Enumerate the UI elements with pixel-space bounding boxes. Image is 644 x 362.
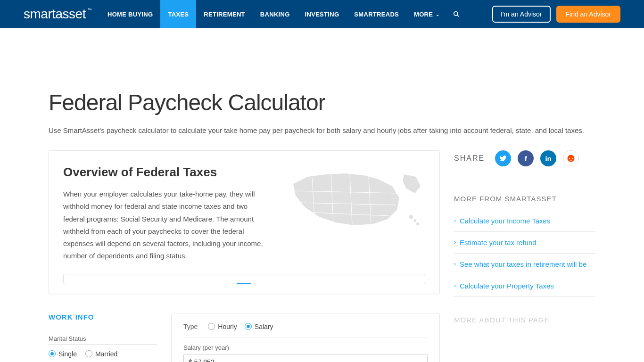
radio-icon xyxy=(208,323,215,330)
chevron-down-icon: ⌄ xyxy=(436,12,439,17)
share-twitter-icon[interactable] xyxy=(495,150,511,166)
type-hourly-option[interactable]: Hourly xyxy=(208,323,237,330)
svg-point-13 xyxy=(569,158,570,159)
logo[interactable]: smartasset™ xyxy=(24,7,86,22)
svg-point-4 xyxy=(416,222,419,225)
nav-investing[interactable]: INVESTING xyxy=(297,0,347,28)
nav-more[interactable]: MORE ⌄ xyxy=(406,0,447,28)
marital-married-option[interactable]: Married xyxy=(85,350,117,358)
page-title: Federal Paycheck Calculator xyxy=(49,90,595,115)
marital-married-label: Married xyxy=(95,350,117,358)
nav-banking[interactable]: BANKING xyxy=(253,0,297,28)
nav-smartreads[interactable]: SMARTREADS xyxy=(347,0,406,28)
radio-icon xyxy=(49,350,56,357)
sidebar-links: › Calculate your Income Taxes › Estimate… xyxy=(454,210,595,297)
nav-retirement[interactable]: RETIREMENT xyxy=(196,0,253,28)
chevron-right-icon: › xyxy=(454,261,456,267)
share-facebook-icon[interactable]: f xyxy=(518,150,534,166)
primary-nav: HOME BUYING TAXES RETIREMENT BANKING INV… xyxy=(100,0,465,28)
share-linkedin-icon[interactable]: in xyxy=(540,150,556,166)
chevron-right-icon: › xyxy=(454,282,456,289)
svg-point-12 xyxy=(568,155,575,162)
salary-input[interactable] xyxy=(183,354,428,362)
search-icon[interactable] xyxy=(447,0,465,28)
usa-map-icon xyxy=(284,165,425,236)
type-hourly-label: Hourly xyxy=(218,323,237,330)
svg-line-1 xyxy=(457,15,459,17)
sidebar-link-retirement-taxes[interactable]: See what your taxes in retirement will b… xyxy=(460,259,586,269)
list-item: › Calculate your Property Taxes xyxy=(454,275,595,297)
type-salary-option[interactable]: Salary xyxy=(245,323,273,330)
chevron-right-icon: › xyxy=(454,217,456,224)
header-actions: I'm an Advisor Find an Advisor xyxy=(492,6,620,23)
work-info-heading: WORK INFO xyxy=(49,313,157,321)
nav-taxes[interactable]: TAXES xyxy=(160,0,196,28)
more-about-heading: MORE ABOUT THIS PAGE xyxy=(454,316,595,324)
overview-title: Overview of Federal Taxes xyxy=(63,165,270,180)
svg-point-0 xyxy=(454,12,457,16)
share-reddit-icon[interactable] xyxy=(563,150,579,166)
sidebar-link-tax-refund[interactable]: Estimate your tax refund xyxy=(460,238,537,247)
nav-home-buying[interactable]: HOME BUYING xyxy=(100,0,160,28)
im-advisor-button[interactable]: I'm an Advisor xyxy=(492,6,551,23)
share-row: SHARE f in xyxy=(454,150,595,166)
nav-more-label: MORE xyxy=(414,11,433,18)
type-salary-label: Salary xyxy=(255,323,273,330)
find-advisor-button[interactable]: Find an Advisor xyxy=(556,6,621,23)
radio-icon xyxy=(245,323,252,330)
chevron-right-icon: › xyxy=(454,239,456,246)
page-subtitle: Use SmartAsset's paycheck calculator to … xyxy=(49,125,595,136)
marital-single-label: Single xyxy=(58,350,77,358)
overview-card: Overview of Federal Taxes When your empl… xyxy=(49,150,440,294)
list-item: › Calculate your Income Taxes xyxy=(454,210,595,232)
type-label: Type xyxy=(183,323,198,330)
marital-single-option[interactable]: Single xyxy=(49,350,77,358)
salary-panel: Type Hourly Salary Salary (per year) xyxy=(171,313,440,362)
sidebar-link-property-taxes[interactable]: Calculate your Property Taxes xyxy=(460,281,554,291)
list-item: › See what your taxes in retirement will… xyxy=(454,254,595,275)
svg-point-14 xyxy=(572,158,573,159)
main-header: smartasset™ HOME BUYING TAXES RETIREMENT… xyxy=(0,0,644,28)
salary-label: Salary (per year) xyxy=(183,344,428,351)
radio-icon xyxy=(85,350,92,357)
collapse-toggle[interactable] xyxy=(63,274,425,284)
overview-body: When your employer calculates your take-… xyxy=(63,188,270,263)
svg-point-3 xyxy=(413,219,416,222)
svg-point-2 xyxy=(409,215,413,219)
more-from-heading: MORE FROM SMARTASSET xyxy=(454,195,595,203)
marital-status-label: Marital Status xyxy=(49,335,157,345)
list-item: › Estimate your tax refund xyxy=(454,232,595,254)
share-label: SHARE xyxy=(454,154,485,163)
sidebar-link-income-taxes[interactable]: Calculate your Income Taxes xyxy=(460,216,550,226)
